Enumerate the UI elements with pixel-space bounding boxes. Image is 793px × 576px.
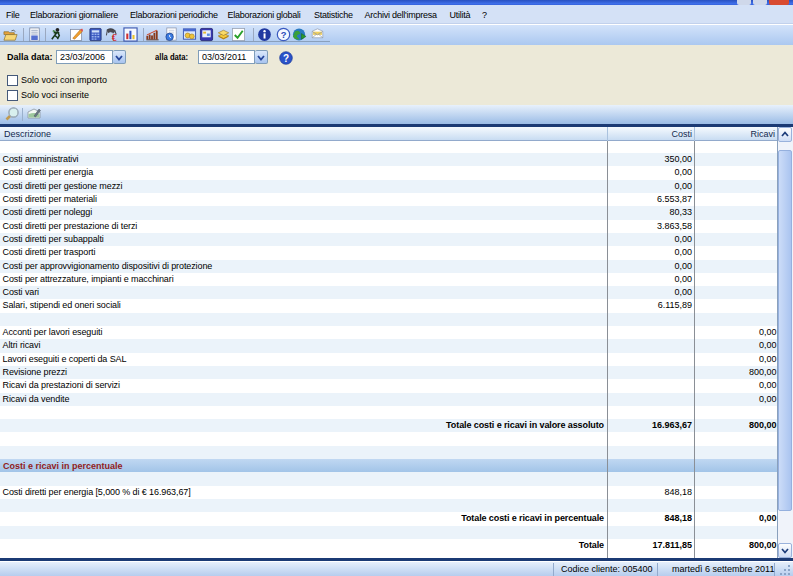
svg-text:€: €	[112, 33, 117, 42]
svg-text:?: ?	[283, 53, 289, 64]
svg-text:?: ?	[281, 30, 287, 40]
